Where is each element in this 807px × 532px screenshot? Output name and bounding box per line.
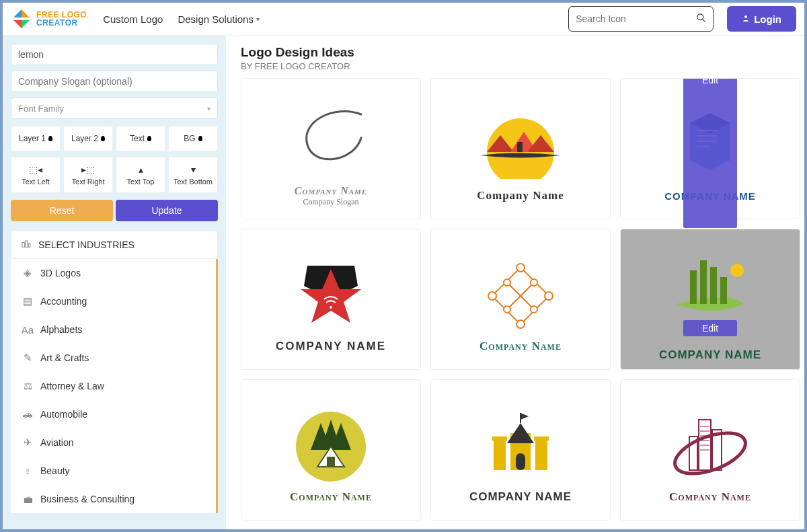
industry-alphabets[interactable]: AaAlphabets <box>11 315 216 344</box>
logo-card[interactable]: Company Name <box>241 379 421 521</box>
chevron-down-icon: ▾ <box>256 15 260 23</box>
edit-button-partial[interactable]: Edit <box>683 72 737 228</box>
logo-company-name: Company Name <box>669 490 751 504</box>
login-button[interactable]: Login <box>727 6 796 32</box>
palette-icon: ✎ <box>20 352 35 364</box>
align-bottom-icon: ▾ <box>191 164 196 175</box>
industry-label: Automobile <box>40 409 87 420</box>
svg-point-19 <box>516 264 525 272</box>
text-bottom-button[interactable]: ▾Text Bottom <box>168 157 218 193</box>
nav-design-solutions[interactable]: Design Solutions ▾ <box>178 13 260 25</box>
text-color[interactable]: Text <box>116 126 165 151</box>
beauty-icon: ♀ <box>20 465 35 477</box>
logo-company-name: COMPANY NAME <box>469 490 572 504</box>
align-right-icon: ▸⬚ <box>81 164 95 175</box>
logo-card[interactable]: Company Name <box>620 379 800 521</box>
svg-rect-27 <box>690 270 697 304</box>
industry-label: Aviation <box>40 437 74 448</box>
page-subtitle: BY FREE LOGO CREATOR <box>241 61 798 71</box>
industry-automobile[interactable]: 🚗︎Automobile <box>11 400 216 428</box>
font-family-label: Font Family <box>18 104 64 114</box>
layer2-color[interactable]: Layer 2 <box>63 126 113 151</box>
industry-label: Beauty <box>40 465 70 476</box>
text-top-label: Text Top <box>127 178 155 186</box>
layer1-label: Layer 1 <box>19 134 46 143</box>
font-family-select[interactable]: Font Family ▾ <box>11 98 218 119</box>
industries-icon <box>21 238 32 252</box>
svg-rect-30 <box>720 277 727 304</box>
edit-button[interactable]: Edit <box>683 320 737 336</box>
chevron-down-icon: ▾ <box>207 105 210 112</box>
logo-grid: Company Name Company Slogan <box>241 78 798 521</box>
logo-card[interactable]: Company Name <box>430 78 611 219</box>
sidebar: Font Family ▾ Layer 1 Layer 2 Text BG ⬚◂… <box>3 36 226 529</box>
logo-company-name: Company Name <box>479 340 562 353</box>
nav-custom-logo[interactable]: Custom Logo <box>103 13 163 25</box>
industry-art-crafts[interactable]: ✎Art & Crafts <box>11 344 216 372</box>
cube-icon: ◈ <box>20 267 35 279</box>
align-left-icon: ⬚◂ <box>29 164 42 175</box>
gavel-icon: ⚖ <box>20 380 35 392</box>
company-slogan-input[interactable] <box>11 71 218 92</box>
text-top-button[interactable]: ▴Text Top <box>116 157 165 193</box>
text-left-button[interactable]: ⬚◂Text Left <box>11 157 61 193</box>
text-right-label: Text Right <box>72 178 105 186</box>
topbar: FREE LOGO CREATOR Custom Logo Design Sol… <box>3 3 804 36</box>
svg-rect-39 <box>535 440 547 470</box>
logo-card[interactable]: Edit COMPANY NAME <box>620 229 800 370</box>
industry-attorney-law[interactable]: ⚖Attorney & Law <box>11 372 216 400</box>
bg-label: BG <box>184 134 195 143</box>
company-name-input[interactable] <box>11 44 218 65</box>
svg-marker-43 <box>521 413 529 420</box>
layer2-label: Layer 2 <box>71 134 98 143</box>
align-top-icon: ▴ <box>139 164 143 175</box>
select-industries-header[interactable]: SELECT INDUSTRIES <box>11 231 218 259</box>
industry-accounting[interactable]: ▤Accounting <box>11 287 216 315</box>
svg-rect-7 <box>517 142 523 152</box>
login-label: Login <box>754 13 781 25</box>
svg-rect-5 <box>28 243 30 247</box>
drop-icon <box>101 136 105 141</box>
industry-label: 3D Logos <box>40 268 81 278</box>
industry-beauty[interactable]: ♀Beauty <box>11 457 216 485</box>
drop-icon <box>48 136 52 141</box>
logo-preview <box>621 396 800 490</box>
text-left-label: Text Left <box>22 178 50 186</box>
logo-company-name: COMPANY NAME <box>276 340 386 353</box>
text-right-button[interactable]: ▸⬚Text Right <box>63 157 113 193</box>
svg-point-31 <box>730 264 744 277</box>
bg-color[interactable]: BG <box>168 126 218 151</box>
industry-3d-logos[interactable]: ◈3D Logos <box>11 259 216 287</box>
svg-point-15 <box>330 306 332 309</box>
search-box[interactable] <box>568 6 714 32</box>
svg-rect-38 <box>494 440 506 470</box>
brand-logo[interactable]: FREE LOGO CREATOR <box>11 8 87 30</box>
svg-rect-4 <box>26 241 28 247</box>
svg-rect-45 <box>492 436 507 441</box>
logo-card[interactable]: Company Name Company Slogan <box>241 78 421 219</box>
user-icon <box>742 14 750 24</box>
briefcase-icon: 💼︎ <box>20 494 35 505</box>
car-icon: 🚗︎ <box>20 409 35 420</box>
brand-text-2: CREATOR <box>36 19 87 27</box>
logo-card[interactable]: COMPANY NAME Edit <box>620 78 800 219</box>
industry-aviation[interactable]: ✈Aviation <box>11 428 216 457</box>
page-title: Logo Design Ideas <box>241 45 798 60</box>
drop-icon <box>147 136 151 141</box>
logo-card[interactable]: COMPANY NAME <box>241 229 421 370</box>
logo-company-name: Company Name <box>477 189 564 202</box>
search-input[interactable] <box>576 13 696 24</box>
industry-business-consulting[interactable]: 💼︎Business & Consulting <box>11 485 216 513</box>
svg-point-0 <box>697 14 703 20</box>
reset-button[interactable]: Reset <box>11 200 113 221</box>
logo-company-name: Company Name <box>295 185 367 197</box>
text-color-label: Text <box>130 134 145 143</box>
update-button[interactable]: Update <box>116 200 218 221</box>
logo-card[interactable]: COMPANY NAME <box>430 379 611 521</box>
layer1-color[interactable]: Layer 1 <box>11 126 61 151</box>
industry-label: Accounting <box>40 296 87 307</box>
svg-point-24 <box>531 279 537 286</box>
search-icon[interactable] <box>696 13 706 25</box>
logo-card[interactable]: Company Name <box>430 229 611 370</box>
svg-rect-28 <box>700 260 707 304</box>
